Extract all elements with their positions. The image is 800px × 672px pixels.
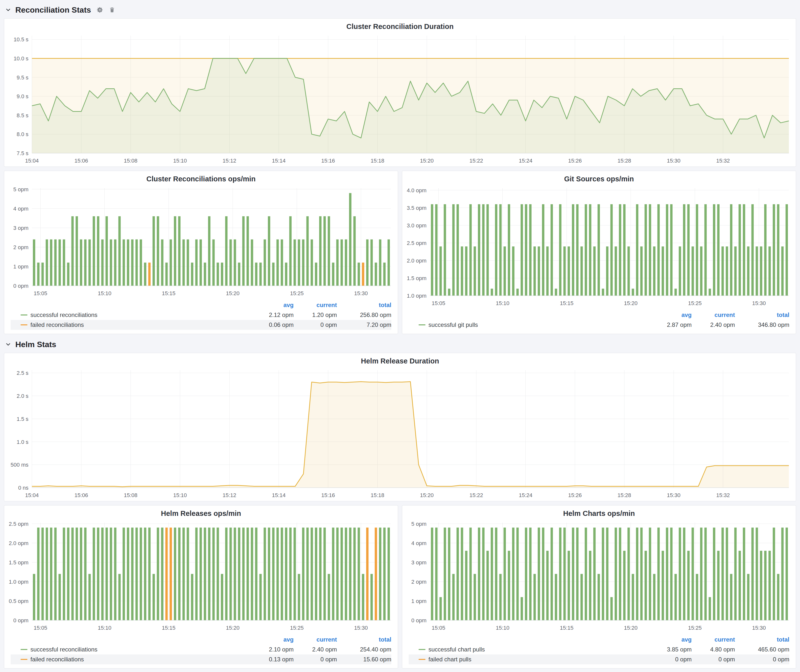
svg-text:10.5 s: 10.5 s: [14, 36, 29, 43]
svg-text:500 ms: 500 ms: [11, 462, 29, 468]
svg-text:4.0 opm: 4.0 opm: [407, 187, 427, 194]
svg-text:4 opm: 4 opm: [13, 206, 29, 212]
legend: avgcurrenttotalsuccessful chart pulls3.8…: [402, 634, 796, 668]
svg-text:0 opm: 0 opm: [13, 283, 29, 289]
svg-text:15:10: 15:10: [173, 158, 187, 164]
svg-text:15:22: 15:22: [469, 492, 483, 498]
svg-text:15:28: 15:28: [618, 158, 631, 164]
svg-text:15:10: 15:10: [173, 492, 187, 498]
svg-text:2.0 s: 2.0 s: [17, 393, 29, 399]
panel-git-sources-ops: Git Sources ops/min 15:0515:1015:1515:20…: [402, 171, 796, 334]
panel-title[interactable]: Cluster Reconciliations ops/min: [4, 171, 398, 184]
svg-text:15:25: 15:25: [688, 625, 702, 631]
legend-row[interactable]: successful reconciliations2.12 opm1.20 o…: [11, 310, 391, 320]
svg-text:9.0 s: 9.0 s: [17, 93, 29, 99]
svg-text:15:25: 15:25: [688, 300, 702, 306]
svg-text:15:20: 15:20: [624, 300, 637, 306]
svg-text:8.5 s: 8.5 s: [17, 112, 29, 118]
series-color-dash: [419, 649, 426, 650]
row-header-reconciliation-stats[interactable]: Reconciliation Stats: [5, 3, 796, 16]
svg-text:15:24: 15:24: [519, 492, 532, 498]
dashboard: { "colors": { "green": "#7eb26d", "orang…: [0, 0, 800, 672]
panel-title[interactable]: Git Sources ops/min: [402, 171, 796, 184]
series-color-dash: [21, 659, 27, 660]
legend-header: avgcurrenttotal: [409, 310, 789, 320]
svg-text:15:25: 15:25: [290, 290, 304, 296]
chevron-down-icon[interactable]: [5, 7, 11, 13]
legend-row[interactable]: failed chart pulls0 opm0 opm0 opm: [409, 654, 789, 664]
svg-text:15:24: 15:24: [519, 158, 532, 164]
svg-text:1 opm: 1 opm: [13, 264, 29, 270]
svg-text:15:18: 15:18: [371, 492, 384, 498]
row-title[interactable]: Reconciliation Stats: [15, 5, 91, 14]
chart-cluster-reconciliations-ops[interactable]: 15:0515:1015:1515:2015:2515:300 opm1 opm…: [4, 184, 398, 299]
legend-row[interactable]: successful chart pulls3.85 opm4.80 opm46…: [409, 645, 789, 654]
svg-text:15:20: 15:20: [420, 158, 434, 164]
svg-text:15:26: 15:26: [568, 158, 582, 164]
chevron-down-icon[interactable]: [5, 341, 11, 348]
svg-text:1.5 opm: 1.5 opm: [407, 275, 427, 281]
svg-text:3.0 opm: 3.0 opm: [407, 222, 427, 229]
svg-text:15:30: 15:30: [667, 158, 680, 164]
svg-text:15:10: 15:10: [496, 625, 509, 631]
legend: avgcurrenttotalsuccessful git pulls2.87 …: [402, 309, 796, 334]
gear-icon[interactable]: [96, 6, 103, 13]
chart-helm-releases-ops[interactable]: 15:0515:1015:1515:2015:2515:300 opm0.5 o…: [4, 518, 398, 634]
svg-text:15:30: 15:30: [354, 290, 368, 296]
legend-header: avgcurrenttotal: [409, 635, 789, 645]
svg-text:15:14: 15:14: [272, 492, 285, 498]
svg-text:0 opm: 0 opm: [411, 617, 426, 624]
panel-title[interactable]: Helm Releases ops/min: [4, 506, 398, 518]
svg-text:15:30: 15:30: [752, 625, 766, 631]
row-title[interactable]: Helm Stats: [15, 340, 56, 349]
chart-helm-charts-ops[interactable]: 15:0515:1015:1515:2015:2515:300 opm1 opm…: [402, 518, 796, 634]
panel-helm-release-duration: Helm Release Duration 15:0415:0615:0815:…: [4, 353, 796, 501]
legend-row[interactable]: failed reconciliations0.13 opm0 opm15.60…: [11, 654, 391, 664]
row-header-helm-stats[interactable]: Helm Stats: [5, 338, 796, 351]
svg-text:3 opm: 3 opm: [13, 225, 29, 231]
series-color-dash: [21, 649, 27, 650]
svg-text:15:22: 15:22: [469, 158, 483, 164]
svg-text:15:25: 15:25: [290, 625, 304, 631]
svg-text:15:20: 15:20: [226, 625, 240, 631]
svg-text:15:05: 15:05: [34, 625, 47, 631]
svg-text:15:05: 15:05: [432, 300, 445, 306]
svg-text:15:32: 15:32: [716, 492, 730, 498]
svg-text:9.5 s: 9.5 s: [17, 74, 29, 81]
svg-text:2 opm: 2 opm: [411, 579, 426, 585]
svg-text:2.0 opm: 2.0 opm: [407, 258, 427, 264]
svg-text:0.5 opm: 0.5 opm: [9, 598, 29, 604]
legend-row[interactable]: failed reconciliations0.06 opm0 opm7.20 …: [11, 320, 391, 330]
svg-text:15:15: 15:15: [162, 625, 175, 631]
trash-icon[interactable]: [109, 7, 115, 13]
svg-text:15:20: 15:20: [624, 625, 637, 631]
svg-text:15:28: 15:28: [618, 492, 631, 498]
svg-text:15:10: 15:10: [496, 300, 509, 306]
legend-row[interactable]: successful reconciliations2.10 opm2.40 o…: [11, 645, 391, 654]
panel-title[interactable]: Helm Charts ops/min: [402, 506, 796, 518]
chart-helm-release-duration[interactable]: 15:0415:0615:0815:1015:1215:1415:1615:18…: [4, 366, 796, 501]
panel-title[interactable]: Cluster Reconciliation Duration: [4, 19, 796, 32]
svg-text:7.5 s: 7.5 s: [17, 150, 29, 156]
chart-cluster-reconciliation-duration[interactable]: 15:0415:0615:0815:1015:1215:1415:1615:18…: [4, 32, 796, 166]
svg-text:15:30: 15:30: [354, 625, 368, 631]
svg-text:10.0 s: 10.0 s: [14, 55, 29, 62]
panel-title[interactable]: Helm Release Duration: [4, 353, 796, 366]
panel-helm-releases-ops: Helm Releases ops/min 15:0515:1015:1515:…: [4, 505, 398, 669]
svg-text:15:10: 15:10: [98, 625, 111, 631]
svg-text:1.5 s: 1.5 s: [17, 416, 29, 422]
svg-text:15:05: 15:05: [432, 625, 445, 631]
series-color-dash: [419, 324, 426, 325]
chart-git-sources-ops[interactable]: 15:0515:1015:1515:2015:2515:301.0 opm1.5…: [402, 184, 796, 309]
svg-text:15:30: 15:30: [667, 492, 680, 498]
svg-text:15:06: 15:06: [74, 492, 88, 498]
svg-text:15:15: 15:15: [162, 290, 175, 296]
svg-text:15:06: 15:06: [74, 158, 88, 164]
series-color-dash: [419, 659, 426, 660]
svg-text:1 opm: 1 opm: [411, 598, 426, 604]
svg-text:15:18: 15:18: [371, 158, 384, 164]
svg-text:0 opm: 0 opm: [13, 617, 29, 624]
svg-text:15:15: 15:15: [560, 300, 573, 306]
svg-text:15:12: 15:12: [222, 492, 236, 498]
legend-row[interactable]: successful git pulls2.87 opm2.40 opm346.…: [409, 320, 789, 330]
